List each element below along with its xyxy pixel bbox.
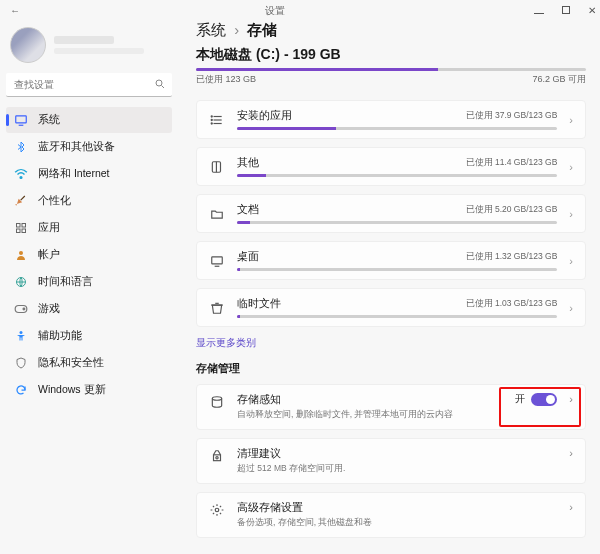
profile-block[interactable]	[6, 21, 172, 73]
chevron-right-icon: ›	[569, 302, 573, 314]
minimize-button[interactable]	[534, 5, 544, 16]
mgmt-row-cleanup-rec[interactable]: 清理建议超过 512 MB 存储空间可用.›	[196, 438, 586, 484]
svg-point-13	[23, 308, 25, 310]
tempfiles-icon	[209, 301, 225, 315]
sidebar-item-update[interactable]: Windows 更新	[6, 377, 172, 403]
category-bar	[237, 174, 557, 177]
mgmt-title: 高级存储设置	[237, 501, 557, 515]
category-used-label: 已使用 11.4 GB/123 GB	[466, 157, 558, 169]
breadcrumb: 系统 › 存储	[196, 21, 586, 40]
chevron-right-icon: ›	[569, 447, 573, 459]
other-icon	[209, 160, 225, 174]
category-row-tempfiles[interactable]: 临时文件已使用 1.03 GB/123 GB›	[196, 288, 586, 327]
globe-icon	[14, 276, 28, 288]
sidebar-item-label: 时间和语言	[38, 275, 93, 289]
shield-icon	[14, 357, 28, 369]
svg-point-27	[212, 397, 221, 401]
mgmt-subtitle: 备份选项, 存储空间, 其他磁盘和卷	[237, 517, 557, 529]
mgmt-row-advanced-storage[interactable]: 高级存储设置备份选项, 存储空间, 其他磁盘和卷›	[196, 492, 586, 538]
sidebar-item-label: 游戏	[38, 302, 60, 316]
update-icon	[14, 384, 28, 396]
app-title: 设置	[265, 4, 285, 18]
mgmt-subtitle: 超过 512 MB 存储空间可用.	[237, 463, 557, 475]
chevron-right-icon: ›	[569, 501, 573, 513]
svg-point-19	[211, 119, 212, 120]
sidebar-item-label: 网络和 Internet	[38, 167, 110, 181]
svg-rect-2	[16, 116, 27, 123]
sidebar-item-timelang[interactable]: 时间和语言	[6, 269, 172, 295]
cleanup-rec-icon	[209, 449, 225, 463]
category-row-apps[interactable]: 安装的应用已使用 37.9 GB/123 GB›	[196, 100, 586, 139]
sidebar-item-network[interactable]: 网络和 Internet	[6, 161, 172, 187]
sidebar-item-bluetooth[interactable]: 蓝牙和其他设备	[6, 134, 172, 160]
back-arrow-icon[interactable]: ←	[10, 5, 20, 16]
brush-icon	[14, 194, 28, 208]
sidebar-item-label: 系统	[38, 113, 60, 127]
storage-sense-toggle[interactable]	[531, 393, 557, 406]
sidebar-item-accessibility[interactable]: 辅助功能	[6, 323, 172, 349]
maximize-button[interactable]	[562, 5, 570, 16]
sidebar-item-privacy[interactable]: 隐私和安全性	[6, 350, 172, 376]
breadcrumb-leaf: 存储	[247, 21, 277, 38]
search-input[interactable]	[6, 73, 172, 97]
category-used-label: 已使用 1.03 GB/123 GB	[466, 298, 558, 310]
svg-rect-23	[212, 256, 223, 263]
breadcrumb-root[interactable]: 系统	[196, 21, 226, 38]
category-name: 其他	[237, 156, 259, 170]
chevron-right-icon: ›	[234, 21, 239, 38]
category-row-documents[interactable]: 文档已使用 5.20 GB/123 GB›	[196, 194, 586, 233]
chevron-right-icon: ›	[569, 393, 573, 405]
apps-icon	[14, 222, 28, 234]
svg-point-14	[20, 331, 23, 334]
category-row-other[interactable]: 其他已使用 11.4 GB/123 GB›	[196, 147, 586, 186]
svg-rect-7	[22, 224, 26, 228]
documents-icon	[209, 207, 225, 221]
svg-point-4	[20, 177, 22, 179]
main-pane: 系统 › 存储 本地磁盘 (C:) - 199 GB 已使用 123 GB 76…	[178, 21, 600, 554]
nav-list: 系统 蓝牙和其他设备 网络和 Internet 个性化 应用 帐户	[6, 107, 172, 403]
svg-rect-6	[17, 224, 21, 228]
svg-point-10	[19, 251, 23, 255]
mgmt-row-storage-sense[interactable]: 存储感知自动释放空间, 删除临时文件, 并管理本地可用的云内容开›	[196, 384, 586, 430]
person-icon	[14, 249, 28, 261]
chevron-right-icon: ›	[569, 255, 573, 267]
storage-sense-icon	[209, 395, 225, 409]
profile-email	[54, 48, 144, 54]
category-row-desktop[interactable]: 桌面已使用 1.32 GB/123 GB›	[196, 241, 586, 280]
mgmt-title: 存储感知	[237, 393, 503, 407]
apps-icon	[209, 113, 225, 127]
chevron-right-icon: ›	[569, 208, 573, 220]
svg-rect-9	[22, 229, 26, 233]
sidebar-item-label: 个性化	[38, 194, 71, 208]
sidebar-item-label: 应用	[38, 221, 60, 235]
search-field[interactable]	[6, 73, 172, 97]
chevron-right-icon: ›	[569, 114, 573, 126]
svg-point-20	[211, 122, 212, 123]
sidebar-item-label: 帐户	[38, 248, 60, 262]
category-used-label: 已使用 37.9 GB/123 GB	[466, 110, 558, 122]
sidebar-item-apps[interactable]: 应用	[6, 215, 172, 241]
svg-rect-8	[17, 229, 21, 233]
bluetooth-icon	[14, 141, 28, 153]
sidebar-item-accounts[interactable]: 帐户	[6, 242, 172, 268]
profile-name	[54, 36, 114, 44]
accessibility-icon	[14, 330, 28, 342]
close-button[interactable]: ✕	[588, 5, 596, 16]
disk-usage-bar	[196, 68, 586, 71]
sidebar-item-system[interactable]: 系统	[6, 107, 172, 133]
mgmt-title: 清理建议	[237, 447, 557, 461]
sidebar-item-personalization[interactable]: 个性化	[6, 188, 172, 214]
category-name: 文档	[237, 203, 259, 217]
category-name: 桌面	[237, 250, 259, 264]
category-bar	[237, 268, 557, 271]
svg-point-0	[156, 80, 162, 86]
search-icon	[154, 78, 166, 90]
sidebar-item-gaming[interactable]: 游戏	[6, 296, 172, 322]
svg-rect-5	[20, 196, 25, 201]
disk-title: 本地磁盘 (C:) - 199 GB	[196, 46, 586, 64]
gamepad-icon	[14, 303, 28, 315]
show-more-link[interactable]: 显示更多类别	[196, 337, 256, 350]
advanced-storage-icon	[209, 503, 225, 517]
chevron-right-icon: ›	[569, 161, 573, 173]
category-bar	[237, 315, 557, 318]
